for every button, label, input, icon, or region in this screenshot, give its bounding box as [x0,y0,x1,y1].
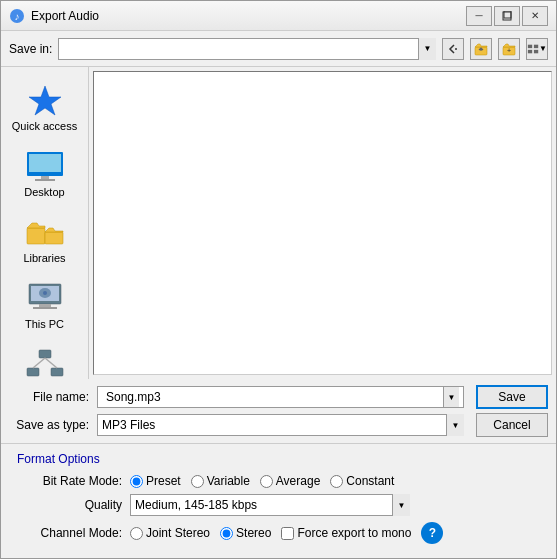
channel-mode-radio-group: Joint Stereo Stereo Force export to mono… [130,522,443,544]
view-icon [527,42,539,56]
main-area: Quick access Desktop [1,67,556,379]
svg-point-4 [455,48,457,50]
force-mono-checkbox[interactable] [281,527,294,540]
sidebar-item-desktop[interactable]: Desktop [5,141,84,205]
title-bar: ♪ Export Audio ─ ✕ [1,1,556,31]
radio-joint-stereo[interactable]: Joint Stereo [130,526,210,540]
save-button[interactable]: Save [476,385,548,409]
svg-line-29 [45,358,57,368]
libraries-label: Libraries [23,252,65,264]
radio-constant[interactable]: Constant [330,474,394,488]
svg-text:♪: ♪ [15,11,20,22]
file-type-combo-wrapper: MP3 Files WAV Files AIFF Files FLAC File… [97,414,464,436]
minimize-button[interactable]: ─ [466,6,492,26]
svg-rect-10 [528,49,532,52]
svg-line-28 [33,358,45,368]
file-name-input[interactable] [102,390,443,404]
maximize-icon [502,11,512,21]
this-pc-label: This PC [25,318,64,330]
force-mono-label[interactable]: Force export to mono [297,526,411,540]
radio-stereo-label[interactable]: Stereo [236,526,271,540]
action-buttons: Save [476,385,548,409]
radio-joint-stereo-label[interactable]: Joint Stereo [146,526,210,540]
svg-point-24 [43,291,47,295]
format-options-title: Format Options [17,452,540,466]
back-button[interactable] [442,38,464,60]
sidebar-item-network[interactable]: Network [5,339,84,379]
quick-access-icon [25,82,65,118]
new-folder-button[interactable]: + [498,38,520,60]
save-in-combo-wrapper: ▼ [58,38,436,60]
file-name-label: File name: [9,390,89,404]
radio-variable-label[interactable]: Variable [207,474,250,488]
maximize-button[interactable] [494,6,520,26]
svg-rect-11 [534,49,538,52]
svg-rect-9 [534,44,538,47]
toolbar: Save in: ▼ + [1,31,556,67]
this-pc-icon [25,280,65,316]
file-type-label: Save as type: [9,418,89,432]
cancel-button-spacer: Cancel [476,413,548,437]
bit-rate-row: Bit Rate Mode: Preset Variable Average C… [17,474,540,488]
cancel-button[interactable]: Cancel [476,413,548,437]
sidebar: Quick access Desktop [1,67,89,379]
up-folder-icon [474,42,488,56]
radio-stereo[interactable]: Stereo [220,526,271,540]
save-in-combo[interactable] [58,38,436,60]
quality-label: Quality [17,498,122,512]
radio-variable[interactable]: Variable [191,474,250,488]
close-button[interactable]: ✕ [522,6,548,26]
svg-rect-25 [39,350,51,358]
quality-row: Quality Medium, 145-185 kbps Low, 90-130… [17,494,540,516]
sidebar-item-quick-access[interactable]: Quick access [5,75,84,139]
save-in-label: Save in: [9,42,52,56]
force-mono-checkbox-item[interactable]: Force export to mono [281,526,411,540]
network-icon [25,346,65,379]
svg-rect-14 [29,154,61,172]
format-options-section: Format Options Bit Rate Mode: Preset Var… [1,443,556,558]
libraries-icon [25,214,65,250]
svg-rect-17 [27,228,45,244]
sidebar-item-libraries[interactable]: Libraries [5,207,84,271]
radio-average[interactable]: Average [260,474,320,488]
svg-marker-12 [29,86,61,115]
svg-rect-18 [45,232,63,244]
svg-rect-15 [41,176,49,179]
dialog-icon: ♪ [9,8,25,24]
file-type-combo[interactable]: MP3 Files WAV Files AIFF Files FLAC File… [97,414,464,436]
file-type-row: Save as type: MP3 Files WAV Files AIFF F… [9,413,548,437]
svg-rect-16 [35,179,55,181]
file-name-dropdown-arrow[interactable]: ▼ [443,387,459,407]
channel-mode-row: Channel Mode: Joint Stereo Stereo Force … [17,522,540,544]
help-button[interactable]: ? [421,522,443,544]
quick-access-label: Quick access [12,120,77,132]
svg-text:+: + [507,47,511,54]
bit-rate-radio-group: Preset Variable Average Constant [130,474,394,488]
svg-rect-27 [51,368,63,376]
file-name-row: File name: ▼ Save [9,385,548,409]
up-folder-button[interactable] [470,38,492,60]
back-icon [447,43,459,55]
quality-combo[interactable]: Medium, 145-185 kbps Low, 90-130 kbps Hi… [130,494,410,516]
bottom-panel: File name: ▼ Save Save as type: MP3 File… [1,379,556,443]
dialog-title: Export Audio [31,9,466,23]
title-bar-buttons: ─ ✕ [466,6,548,26]
radio-average-label[interactable]: Average [276,474,320,488]
export-audio-dialog: ♪ Export Audio ─ ✕ Save in: ▼ [0,0,557,559]
view-button[interactable]: ▼ [526,38,548,60]
svg-rect-8 [528,44,532,47]
sidebar-item-this-pc[interactable]: This PC [5,273,84,337]
new-folder-icon: + [502,42,516,56]
radio-preset[interactable]: Preset [130,474,181,488]
desktop-label: Desktop [24,186,64,198]
file-name-input-wrapper: ▼ [97,386,464,408]
file-browser-area [93,71,552,375]
bit-rate-label: Bit Rate Mode: [17,474,122,488]
desktop-icon [25,148,65,184]
svg-rect-22 [33,307,57,309]
svg-rect-21 [39,304,51,307]
radio-constant-label[interactable]: Constant [346,474,394,488]
channel-mode-label: Channel Mode: [17,526,122,540]
svg-rect-26 [27,368,39,376]
radio-preset-label[interactable]: Preset [146,474,181,488]
